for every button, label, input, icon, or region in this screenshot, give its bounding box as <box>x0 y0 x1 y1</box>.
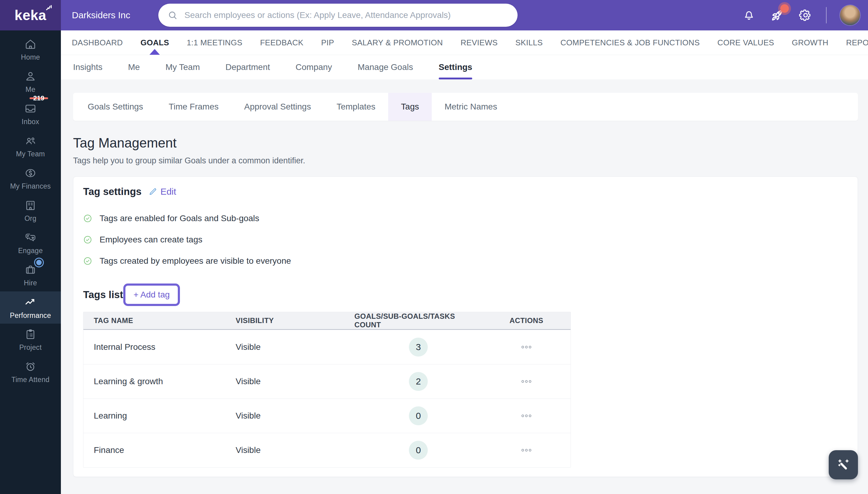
count-badge: 0 <box>409 441 428 460</box>
sidebar-item-home[interactable]: Home <box>0 34 61 66</box>
col-actions: ACTIONS <box>482 316 571 325</box>
sidebar-item-hire[interactable]: Hire <box>0 259 61 291</box>
check-circle-icon <box>83 214 92 223</box>
table-row: Finance Visible 0 <box>84 433 571 467</box>
rule-item: Employees can create tags <box>83 229 848 250</box>
settings-tabs: Goals Settings Time Frames Approval Sett… <box>73 93 858 121</box>
nav-feedback[interactable]: FEEDBACK <box>260 31 304 55</box>
logo-spark-icon <box>45 2 54 11</box>
tag-visibility: Visible <box>236 411 355 421</box>
keka-logo[interactable]: keka <box>0 0 61 31</box>
finances-icon <box>24 167 37 179</box>
time-attend-icon <box>24 360 37 373</box>
rule-item: Tags are enabled for Goals and Sub-goals <box>83 208 848 229</box>
nav-reports[interactable]: REPORTS <box>846 31 868 55</box>
subnav-settings[interactable]: Settings <box>439 55 472 79</box>
engage-icon <box>24 231 37 244</box>
nav-dashboard[interactable]: DASHBOARD <box>72 31 123 55</box>
sidebar-item-inbox[interactable]: 219 Inbox <box>0 98 61 130</box>
count-badge: 3 <box>409 338 428 357</box>
inbox-count-badge: 219 <box>30 97 48 99</box>
tag-visibility: Visible <box>236 377 355 386</box>
subnav-me[interactable]: Me <box>128 55 140 79</box>
magic-wand-icon <box>835 457 851 473</box>
sidebar-item-me[interactable]: Me <box>0 66 61 98</box>
col-count: GOALS/SUB-GOALS/TASKS COUNT <box>355 312 482 329</box>
tab-approval-settings[interactable]: Approval Settings <box>231 93 324 121</box>
tag-visibility: Visible <box>236 342 355 352</box>
row-actions-menu-icon[interactable] <box>519 342 534 353</box>
global-search[interactable] <box>158 4 518 27</box>
sidebar-item-project[interactable]: Project <box>0 324 61 356</box>
nav-skills[interactable]: SKILLS <box>516 31 543 55</box>
rule-item: Tags created by employees are visible to… <box>83 250 848 272</box>
check-circle-icon <box>83 235 92 244</box>
tag-name: Finance <box>84 445 236 455</box>
nav-pip[interactable]: PIP <box>321 31 334 55</box>
nav-reviews[interactable]: REVIEWS <box>460 31 498 55</box>
header-divider <box>826 7 827 23</box>
sidebar-item-org[interactable]: Org <box>0 195 61 227</box>
table-row: Learning Visible 0 <box>84 398 571 433</box>
row-actions-menu-icon[interactable] <box>519 410 534 421</box>
project-icon <box>24 328 37 341</box>
row-actions-menu-icon[interactable] <box>519 445 534 456</box>
check-circle-icon <box>83 256 92 266</box>
table-row: Learning & growth Visible 2 <box>84 364 571 398</box>
company-name: Darksiders Inc <box>72 10 130 20</box>
subnav-manage-goals[interactable]: Manage Goals <box>358 55 413 79</box>
avatar[interactable] <box>840 5 860 25</box>
sidebar-item-my-team[interactable]: My Team <box>0 130 61 163</box>
tags-table: TAG NAME VISIBILITY GOALS/SUB-GOALS/TASK… <box>83 312 571 468</box>
nav-growth[interactable]: GROWTH <box>792 31 828 55</box>
nav-goals[interactable]: GOALS <box>140 31 169 55</box>
tag-settings-rules: Tags are enabled for Goals and Sub-goals… <box>83 208 848 272</box>
hire-status-dot <box>36 260 42 265</box>
edit-tag-settings-link[interactable]: Edit <box>148 187 176 197</box>
tab-templates[interactable]: Templates <box>324 93 388 121</box>
sidebar-item-engage[interactable]: Engage <box>0 227 61 259</box>
search-icon <box>167 10 178 20</box>
nav-core-values[interactable]: CORE VALUES <box>717 31 774 55</box>
rocket-icon[interactable] <box>770 7 785 23</box>
tab-tags[interactable]: Tags <box>388 93 432 121</box>
sidebar-item-time-attend[interactable]: Time Attend <box>0 356 61 388</box>
hire-icon <box>24 263 37 276</box>
gear-icon[interactable] <box>799 8 813 22</box>
nav-1-1-meetings[interactable]: 1:1 MEETINGS <box>187 31 242 55</box>
sidebar: Home Me 219 Inbox My Team My Finance <box>0 31 61 494</box>
col-visibility: VISIBILITY <box>236 316 355 325</box>
tab-metric-names[interactable]: Metric Names <box>432 93 510 121</box>
tab-time-frames[interactable]: Time Frames <box>156 93 231 121</box>
bell-icon[interactable] <box>742 8 756 22</box>
tag-visibility: Visible <box>236 445 355 455</box>
subnav-insights[interactable]: Insights <box>73 55 103 79</box>
nav-competencies[interactable]: COMPETENCIES & JOB FUNCTIONS <box>561 31 700 55</box>
subnav-department[interactable]: Department <box>225 55 270 79</box>
table-header-row: TAG NAME VISIBILITY GOALS/SUB-GOALS/TASK… <box>84 312 571 330</box>
search-input[interactable] <box>184 10 508 20</box>
tag-name: Learning & growth <box>84 377 236 386</box>
rocket-notification-dot <box>780 4 789 13</box>
home-icon <box>24 38 37 51</box>
sidebar-item-my-finances[interactable]: My Finances <box>0 163 61 195</box>
subnav-my-team[interactable]: My Team <box>165 55 200 79</box>
nav-salary-promotion[interactable]: SALARY & PROMOTION <box>351 31 443 55</box>
main-content: DASHBOARD GOALS 1:1 MEETINGS FEEDBACK PI… <box>61 31 868 494</box>
tags-list-heading: Tags list <box>83 289 123 301</box>
user-icon <box>24 70 37 83</box>
goals-subnav: Insights Me My Team Department Company M… <box>61 55 868 79</box>
top-header: Darksiders Inc <box>61 0 868 31</box>
sidebar-item-performance[interactable]: Performance <box>0 291 61 324</box>
row-actions-menu-icon[interactable] <box>519 376 534 387</box>
col-tag-name: TAG NAME <box>84 316 236 325</box>
tags-card: Tag settings Edit Tags are enabled for G… <box>73 176 858 477</box>
tab-goals-settings[interactable]: Goals Settings <box>75 93 156 121</box>
subnav-company[interactable]: Company <box>296 55 332 79</box>
magic-wand-button[interactable] <box>829 450 858 479</box>
module-nav: DASHBOARD GOALS 1:1 MEETINGS FEEDBACK PI… <box>61 31 868 55</box>
count-badge: 0 <box>409 406 428 425</box>
tag-settings-heading: Tag settings <box>83 186 142 197</box>
add-tag-button[interactable]: + Add tag <box>125 285 178 304</box>
tag-name: Learning <box>84 411 236 421</box>
